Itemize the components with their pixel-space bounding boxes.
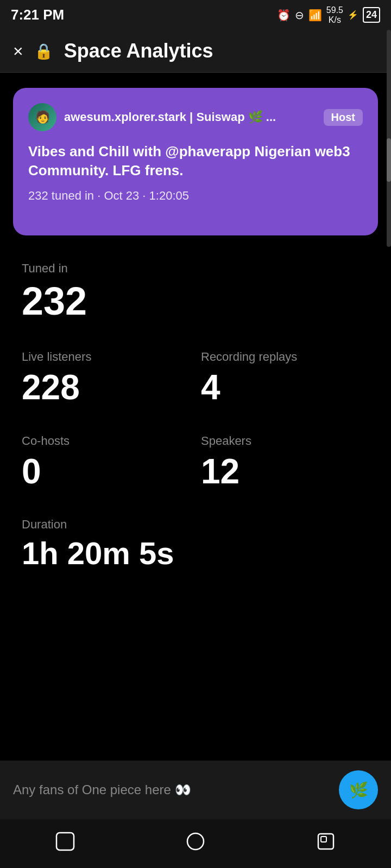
recording-replays-value: 4: [201, 368, 369, 406]
nav-recent-button[interactable]: [316, 831, 336, 856]
signal-icon: 📶: [308, 9, 322, 22]
username-row: awesum.xplorer.stark | Suiswap 🌿 ... Hos…: [64, 109, 363, 126]
scrollbar-thumb[interactable]: [387, 138, 391, 182]
cohosts-speakers-row: Co-hosts 0 Speakers 12: [22, 434, 369, 490]
tuned-in-label: Tuned in: [22, 261, 369, 276]
lock-icon: 🔒: [34, 42, 53, 60]
cohosts-stat: Co-hosts 0: [22, 434, 190, 490]
cohosts-value: 0: [22, 452, 190, 490]
nav-bar: [0, 819, 391, 868]
chat-bar: Any fans of One piece here 👀 🌿: [0, 761, 391, 819]
chat-placeholder[interactable]: Any fans of One piece here 👀: [13, 782, 191, 797]
listeners-replays-row: Live listeners 228 Recording replays 4: [22, 350, 369, 406]
battery-indicator: 24: [363, 7, 380, 23]
tuned-in-value: 232: [22, 280, 369, 323]
scrollbar-track[interactable]: [387, 30, 391, 247]
nav-back-button[interactable]: [55, 831, 75, 856]
space-title: Vibes and Chill with @phaverapp Nigerian…: [28, 142, 363, 180]
battery-value: 24: [366, 9, 377, 21]
live-listeners-value: 228: [22, 368, 190, 406]
network-speed: 59.5K/s: [326, 5, 343, 24]
duration-stat: Duration 1h 20m 5s: [22, 518, 369, 571]
speakers-label: Speakers: [201, 434, 369, 448]
nav-home-button[interactable]: [185, 831, 206, 856]
status-bar: 7:21 PM ⏰ ⊖ 📶 59.5K/s ⚡ 24: [0, 0, 391, 30]
speakers-value: 12: [201, 452, 369, 490]
avatar: 🧑: [28, 103, 56, 131]
duration-value: 1h 20m 5s: [22, 536, 369, 571]
space-meta: 232 tuned in · Oct 23 · 1:20:05: [28, 189, 363, 203]
status-time: 7:21 PM: [11, 7, 64, 23]
space-card-header: 🧑 awesum.xplorer.stark | Suiswap 🌿 ... H…: [28, 103, 363, 131]
recording-replays-label: Recording replays: [201, 350, 369, 364]
tuned-in-stat: Tuned in 232: [22, 261, 369, 323]
avatar-inner: 🧑: [28, 103, 56, 131]
header: × 🔒 Space Analytics: [0, 30, 391, 73]
recording-replays-stat: Recording replays 4: [201, 350, 369, 406]
close-button[interactable]: ×: [13, 42, 23, 60]
status-icons: ⏰ ⊖ 📶 59.5K/s ⚡ 24: [277, 5, 380, 24]
duration-label: Duration: [22, 518, 369, 532]
speakers-stat: Speakers 12: [201, 434, 369, 490]
cohosts-label: Co-hosts: [22, 434, 190, 448]
live-listeners-stat: Live listeners 228: [22, 350, 190, 406]
stats-section: Tuned in 232 Live listeners 228 Recordin…: [0, 251, 391, 620]
space-card: 🧑 awesum.xplorer.stark | Suiswap 🌿 ... H…: [13, 88, 378, 235]
host-badge: Host: [324, 109, 363, 126]
live-listeners-label: Live listeners: [22, 350, 190, 364]
fab-icon: 🌿: [349, 781, 368, 799]
minus-icon: ⊖: [295, 9, 304, 22]
fab-button[interactable]: 🌿: [339, 770, 378, 809]
svg-point-1: [187, 833, 204, 850]
username: awesum.xplorer.stark | Suiswap 🌿 ...: [64, 110, 276, 124]
alarm-icon: ⏰: [277, 9, 291, 22]
lightning-icon: ⚡: [348, 10, 358, 20]
svg-rect-0: [56, 833, 74, 850]
page-title: Space Analytics: [64, 40, 213, 62]
svg-rect-3: [321, 837, 326, 842]
